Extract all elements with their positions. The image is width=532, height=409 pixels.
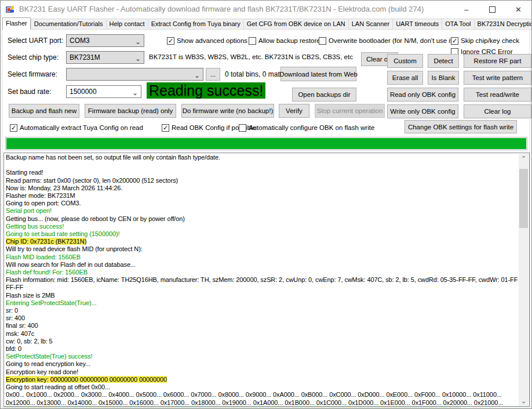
log-line: Getting bus... (now, please do reboot by… (6, 215, 518, 223)
log-line: msk: 407c (6, 330, 518, 338)
firmware-write-button[interactable]: Do firmware write (no backup!) (181, 104, 274, 118)
maximize-button[interactable] (479, 1, 505, 18)
log-line (6, 161, 518, 169)
verify-button[interactable]: Verify (279, 104, 309, 118)
firmware-backup-button[interactable]: Firmware backup (read) only (85, 104, 176, 118)
read-only-obk-config-button[interactable]: Read only OBK config (387, 88, 458, 102)
overwrite-bootloader-checkbox[interactable]: Overwrite bootloader (for N/M, don't use… (319, 36, 454, 45)
window-title: BK7231 Easy UART Flasher - Automatically… (19, 5, 424, 13)
tab-help-contact[interactable]: Help contact (107, 19, 148, 30)
progress-bar (5, 137, 527, 150)
uart-port-label: Select UART port: (8, 37, 63, 45)
firmware-select[interactable]: ⌄ (66, 68, 203, 81)
uart-port-value: COM3 (70, 37, 90, 45)
log-line: Entering SetProtectState(True)... (6, 299, 518, 307)
checkbox-checked-icon[interactable]: ✓ (167, 37, 174, 45)
log-text: Backup name has not been set, so output … (6, 154, 518, 405)
chip-type-hint: BK7231T is WB3S, WB2S, WB2L, etc. BK7231… (149, 53, 353, 60)
erase-all-button[interactable]: Erase all (387, 71, 423, 85)
close-button[interactable]: ✕ (505, 1, 531, 18)
minimize-icon: – (464, 5, 468, 14)
title-bar: BK7231 Easy UART Flasher - Automatically… (1, 1, 531, 18)
checkbox-unchecked-icon[interactable] (239, 124, 246, 132)
uart-port-select[interactable]: COM3 ⌄ (66, 34, 144, 47)
log-vertical-scrollbar[interactable]: ⌃ ⌄ (519, 154, 529, 406)
app-window: BK7231 Easy UART Flasher - Automatically… (0, 0, 532, 409)
chevron-down-icon: ⌄ (135, 53, 141, 64)
tab-bk7231n-decryption[interactable]: BK7231N Decryption (475, 19, 532, 30)
chip-type-value: BK7231M (70, 53, 100, 61)
log-horizontal-scrollbar[interactable] (3, 407, 530, 409)
test-read-write-button[interactable]: Test read/write (464, 88, 531, 102)
detect-button[interactable]: Detect (428, 54, 459, 68)
baud-rate-combo[interactable]: 1500000 ⌄ (66, 85, 141, 98)
browse-firmware-button[interactable]: ... (206, 68, 220, 81)
skip-chip-key-check-checkbox[interactable]: ✓Skip chip/key check (451, 36, 519, 45)
is-blank-button[interactable]: Is Blank (428, 71, 459, 85)
close-icon: ✕ (515, 5, 522, 14)
tab-get-cfg-from-obk-device-on-lan[interactable]: Get CFG from OBK device on LAN (244, 19, 349, 30)
chevron-down-icon: ⌄ (194, 70, 200, 81)
allow-backup-restore-checkbox[interactable]: Allow backup restore (249, 36, 320, 45)
test-write-pattern-button[interactable]: Test write pattern (464, 71, 531, 85)
write-only-obk-config-button[interactable]: Write only OBK config (387, 104, 458, 118)
tab-ota-tool[interactable]: OTA Tool (442, 19, 474, 30)
scroll-down-icon[interactable]: ⌄ (519, 396, 529, 406)
chip-type-select[interactable]: BK7231M ⌄ (66, 51, 144, 64)
auto-configure-obk-checkbox[interactable]: Automatically configure OBK on flash wri… (239, 123, 374, 132)
change-obk-settings-button[interactable]: Change OBK settings for flash write (405, 120, 517, 133)
chevron-down-icon: ⌄ (135, 36, 141, 48)
log-line: 0x00... 0x1000... 0x2000... 0x3000... 0x… (6, 391, 518, 399)
restore-rf-part-button[interactable]: Restore RF part (464, 54, 531, 68)
tab-uart-timeouts[interactable]: UART timeouts (393, 19, 442, 30)
log-line: Will try to read device flash MID (for u… (6, 245, 518, 253)
log-line: Flasher mode: BK7231M (6, 192, 518, 200)
baud-rate-label: Set baud rate: (8, 88, 51, 96)
scroll-up-icon[interactable]: ⌃ (519, 154, 529, 163)
download-latest-button[interactable]: Download latest from Web (280, 67, 356, 81)
maximize-icon (489, 6, 495, 13)
progress-fill (6, 138, 526, 149)
log-line: Going to open port: COM3. (6, 200, 518, 207)
stop-operation-button[interactable]: Stop current operation (315, 104, 385, 118)
checkbox-unchecked-icon[interactable] (249, 37, 256, 45)
scrollbar-thumb[interactable] (519, 169, 528, 228)
tab-strip: FlasherDocumentation/TutorialsHelp conta… (2, 18, 530, 30)
checkbox-checked-icon[interactable]: ✓ (451, 37, 458, 45)
tab-extract-config-from-tuya-binary[interactable]: Extract Config from Tuya binary (148, 19, 244, 30)
log-line: Going to read encryption key... (6, 360, 518, 368)
log-textbox[interactable]: Backup name has not been set, so output … (3, 153, 530, 407)
firmware-label: Select firmware: (8, 70, 57, 78)
status-banner: Reading success! (147, 82, 265, 99)
open-backups-dir-button[interactable]: Open backups dir (292, 88, 356, 102)
clear-log-button[interactable]: Clear log (464, 104, 531, 118)
log-line: Getting bus success! (6, 223, 518, 230)
app-icon (6, 5, 15, 14)
auto-extract-tuya-checkbox[interactable]: ✓Automatically extract Tuya Config on re… (10, 123, 143, 132)
checkbox-label: Overwrite bootloader (for N/M, don't use… (329, 37, 454, 44)
checkbox-label: Skip chip/key check (461, 37, 519, 44)
baud-rate-value: 1500000 (70, 88, 97, 96)
log-line: Starting read! (6, 169, 518, 176)
chip-type-label: Select chip type: (8, 53, 59, 61)
tab-documentation-tutorials[interactable]: Documentation/Tutorials (31, 19, 107, 30)
log-line: Will now search for Flash def in out dat… (6, 261, 518, 269)
log-line: Flash def found! For: 1560EB (6, 269, 518, 276)
log-line: Now is: Monday, 23 March 2026 11:44:26. (6, 184, 518, 192)
horizontal-scrollbar-thumb[interactable] (3, 407, 461, 409)
backup-and-flash-new-button[interactable]: Backup and flash new (9, 104, 79, 118)
checkbox-checked-icon[interactable]: ✓ (10, 124, 17, 132)
checkbox-label: Show advanced options (177, 37, 247, 44)
log-line: Backup name has not been set, so output … (6, 154, 518, 161)
checkbox-unchecked-icon[interactable] (319, 37, 326, 45)
log-line: Flash MID loaded: 1560EB (6, 254, 518, 261)
log-line: Going to start reading at offset 0x00... (6, 383, 518, 391)
tab-lan-scanner[interactable]: LAN Scanner (349, 19, 393, 30)
checkbox-checked-icon[interactable]: ✓ (162, 124, 169, 132)
show-advanced-options-checkbox[interactable]: ✓Show advanced options (167, 36, 247, 45)
tab-flasher[interactable]: Flasher (2, 17, 31, 30)
custom-button[interactable]: Custom (387, 54, 423, 68)
minimize-button[interactable]: – (453, 1, 479, 18)
log-line: bfd: 0 (6, 345, 518, 353)
checkbox-label: Automatically extract Tuya Config on rea… (20, 124, 143, 131)
